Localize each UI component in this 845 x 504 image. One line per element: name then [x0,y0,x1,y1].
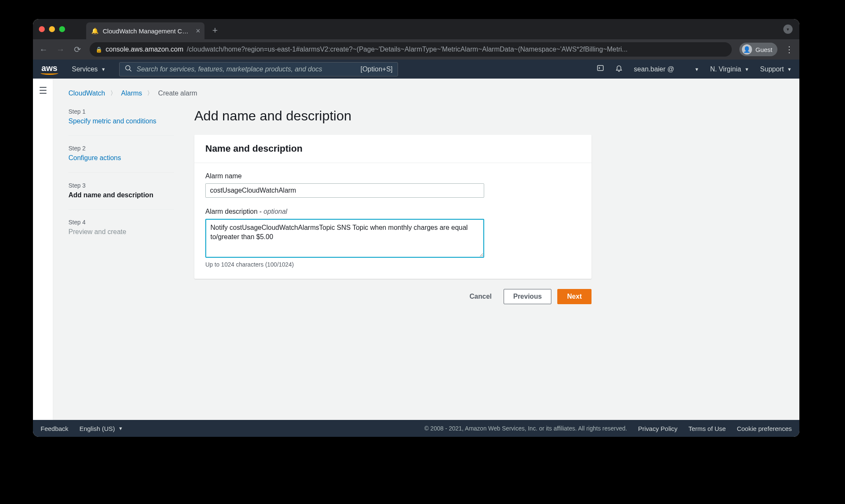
step-number-label: Step 1 [68,108,174,115]
profile-chip[interactable]: 👤 Guest [739,43,777,56]
cancel-button[interactable]: Cancel [463,289,497,304]
wizard-step-3: Step 3 Add name and description [68,172,174,209]
card-body: Alarm name Alarm description - optional … [194,163,592,279]
alarm-name-label: Alarm name [205,172,581,180]
region-label: N. Virginia [710,65,741,73]
aws-footer: Feedback English (US) ▼ © 2008 - 2021, A… [33,420,799,437]
language-label: English (US) [79,425,115,432]
cookies-link[interactable]: Cookie preferences [737,425,792,432]
search-placeholder: Search for services, features, marketpla… [136,65,356,73]
cloudwatch-favicon-icon: 🔔 [91,27,98,34]
lock-icon: 🔒 [95,46,102,53]
alarm-description-textarea[interactable] [205,219,484,258]
support-label: Support [760,65,784,73]
step-link-specify-metric[interactable]: Specify metric and conditions [68,117,156,126]
step-link-configure-actions[interactable]: Configure actions [68,153,121,163]
svg-line-1 [130,69,132,71]
wizard-layout: Step 1 Specify metric and conditions Ste… [68,108,789,304]
mac-window-controls [39,26,65,32]
caret-down-icon: ▼ [695,67,699,72]
wizard-steps: Step 1 Specify metric and conditions Ste… [68,108,174,304]
new-tab-button[interactable]: + [209,25,221,36]
card-header: Name and description [194,135,592,163]
hamburger-icon[interactable]: ☰ [39,85,47,96]
step-current-add-name: Add name and description [68,191,153,200]
terms-link[interactable]: Terms of Use [689,425,726,432]
name-description-card: Name and description Alarm name Alarm de… [194,135,592,279]
profile-avatar-icon: 👤 [742,44,752,54]
mac-fullscreen-button[interactable] [59,26,65,32]
page-title: Add name and description [194,108,592,124]
close-tab-icon[interactable]: × [196,27,200,35]
previous-button[interactable]: Previous [504,289,552,304]
caret-down-icon: ▼ [118,426,123,431]
privacy-link[interactable]: Privacy Policy [638,425,677,432]
support-menu[interactable]: Support ▼ [760,65,792,73]
breadcrumb-item-create-alarm: Create alarm [158,90,197,97]
caret-down-icon: ▼ [787,67,792,72]
aws-header-right: sean.baier @ ▼ N. Virginia ▼ Support ▼ [597,64,792,74]
alarm-name-input[interactable] [205,183,484,198]
wizard-step-1: Step 1 Specify metric and conditions [68,108,174,135]
step-disabled-preview: Preview and create [68,227,126,237]
alarm-name-field: Alarm name [205,172,581,198]
url-host: console.aws.amazon.com [106,46,183,53]
tab-bar-overflow[interactable]: ▾ [783,25,793,34]
services-menu[interactable]: Services ▼ [72,65,106,73]
feedback-link[interactable]: Feedback [41,425,68,432]
svg-rect-2 [598,65,604,71]
alarm-description-label: Alarm description - optional [205,208,581,215]
app-body: ☰ CloudWatch 〉 Alarms 〉 Create alarm Ste… [33,79,799,420]
content-area: CloudWatch 〉 Alarms 〉 Create alarm Step … [53,79,799,420]
reload-button[interactable]: ⟳ [73,44,82,54]
step-number-label: Step 3 [68,182,174,189]
copyright-text: © 2008 - 2021, Amazon Web Services, Inc.… [424,425,627,432]
address-bar[interactable]: 🔒 console.aws.amazon.com /cloudwatch/hom… [90,42,732,57]
account-menu[interactable]: sean.baier @ ▼ [634,65,699,73]
chevron-right-icon: 〉 [110,90,116,97]
region-menu[interactable]: N. Virginia ▼ [710,65,749,73]
breadcrumb-item-alarms[interactable]: Alarms [121,90,142,97]
breadcrumb: CloudWatch 〉 Alarms 〉 Create alarm [68,90,789,97]
wizard-buttons: Cancel Previous Next [194,289,592,304]
user-label: sean.baier @ [634,65,674,73]
browser-window: 🔔 CloudWatch Management Cons × + ▾ ← → ⟳… [33,19,799,437]
mac-minimize-button[interactable] [49,26,55,32]
browser-toolbar: ← → ⟳ 🔒 console.aws.amazon.com /cloudwat… [33,39,799,60]
services-label: Services [72,65,98,73]
browser-tab[interactable]: 🔔 CloudWatch Management Cons × [86,22,204,39]
svg-point-0 [126,65,131,70]
aws-header: aws Services ▼ Search for services, feat… [33,60,799,79]
back-button[interactable]: ← [39,45,48,54]
mac-close-button[interactable] [39,26,45,32]
wizard-step-2: Step 2 Configure actions [68,135,174,172]
step-number-label: Step 2 [68,145,174,152]
aws-logo[interactable]: aws [41,64,58,75]
language-selector[interactable]: English (US) ▼ [79,425,123,432]
footer-right: © 2008 - 2021, Amazon Web Services, Inc.… [424,425,792,432]
browser-tab-bar: 🔔 CloudWatch Management Cons × + ▾ [33,19,799,39]
wizard-main: Add name and description Name and descri… [194,108,592,304]
browser-menu-icon[interactable]: ⋮ [785,44,793,54]
description-helper-text: Up to 1024 characters (100/1024) [205,261,581,268]
card-title: Name and description [205,143,581,154]
next-button[interactable]: Next [557,289,592,304]
cloudshell-icon[interactable] [597,64,604,74]
breadcrumb-item-cloudwatch[interactable]: CloudWatch [68,90,105,97]
profile-label: Guest [755,46,772,53]
browser-tab-title: CloudWatch Management Cons [103,27,191,35]
url-path: /cloudwatch/home?region=us-east-1#alarms… [187,46,627,53]
search-icon [125,65,132,74]
sidebar-rail: ☰ [33,79,53,420]
aws-search-box[interactable]: Search for services, features, marketpla… [119,62,398,76]
caret-down-icon: ▼ [744,67,749,72]
chevron-right-icon: 〉 [147,90,153,97]
alarm-description-field: Alarm description - optional Up to 1024 … [205,208,581,268]
caret-down-icon: ▼ [101,67,106,72]
forward-button[interactable]: → [56,45,65,54]
notifications-icon[interactable] [615,64,623,74]
step-number-label: Step 4 [68,219,174,226]
chevron-down-icon: ▾ [783,25,793,34]
search-shortcut: [Option+S] [360,65,393,73]
wizard-step-4: Step 4 Preview and create [68,209,174,246]
